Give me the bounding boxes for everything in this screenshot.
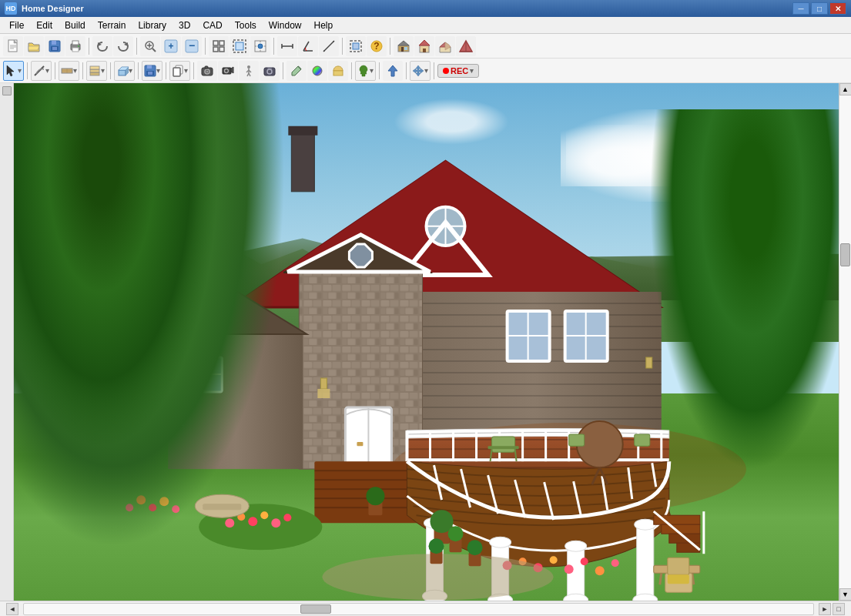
scroll-down-button[interactable]: ▼: [839, 588, 852, 601]
3d-tool-group[interactable]: [114, 61, 135, 81]
menu-window[interactable]: Window: [263, 17, 308, 33]
statusbar-right-button[interactable]: ►: [819, 603, 831, 615]
angle-button[interactable]: [298, 36, 318, 56]
rec-label: REC: [451, 66, 468, 75]
svg-rect-98: [291, 130, 314, 192]
svg-line-38: [323, 41, 334, 52]
menu-file[interactable]: File: [3, 17, 30, 33]
line-tool-group[interactable]: [31, 61, 52, 81]
separator-t7: [193, 62, 194, 79]
scroll-track-vertical[interactable]: [839, 95, 851, 588]
statusbar-left-button[interactable]: ◄: [6, 603, 18, 615]
svg-text:360: 360: [267, 66, 273, 70]
camera-tool-2[interactable]: [218, 61, 238, 81]
menu-cad[interactable]: CAD: [196, 17, 228, 33]
svg-line-37: [303, 42, 309, 51]
svg-rect-148: [317, 389, 330, 398]
roof-view-button[interactable]: [456, 36, 476, 56]
minimize-button[interactable]: ─: [792, 2, 809, 15]
svg-rect-99: [288, 126, 317, 136]
scroll-thumb-vertical[interactable]: [840, 243, 850, 266]
zoom-view-button[interactable]: [140, 36, 160, 56]
canvas-area[interactable]: [14, 83, 839, 601]
svg-marker-80: [231, 67, 233, 73]
plan-tool-group[interactable]: [86, 61, 107, 81]
save-button[interactable]: [45, 36, 65, 56]
main-area: ▲ ▼: [0, 83, 851, 601]
paint-tool[interactable]: [286, 61, 307, 81]
menubar: File Edit Build Terrain Library 3D CAD T…: [0, 17, 851, 34]
statusbar-corner-button[interactable]: □: [833, 603, 845, 615]
new-file-button[interactable]: [3, 36, 23, 56]
texture-tool[interactable]: [328, 61, 348, 81]
svg-point-257: [429, 538, 444, 554]
svg-point-195: [490, 537, 511, 547]
wall-tool-group[interactable]: [59, 61, 79, 81]
plant-tool-group[interactable]: [355, 61, 376, 81]
camera-tool-3[interactable]: [239, 61, 259, 81]
color-picker-tool[interactable]: [307, 61, 327, 81]
svg-point-232: [550, 556, 558, 564]
separator-4: [273, 38, 274, 55]
elevate-button[interactable]: [383, 61, 403, 81]
camera-tool-1[interactable]: [197, 61, 217, 81]
separator-3: [205, 38, 206, 55]
snap-button[interactable]: [250, 36, 270, 56]
menu-help[interactable]: Help: [307, 17, 339, 33]
undo-button[interactable]: [92, 36, 112, 56]
interior-view-button[interactable]: [394, 36, 414, 56]
separator-t12: [434, 62, 434, 79]
diagonal-button[interactable]: [319, 36, 339, 56]
svg-marker-46: [398, 41, 409, 45]
svg-rect-74: [173, 68, 180, 76]
fit-all-button[interactable]: [230, 36, 250, 56]
fit-view-button[interactable]: [209, 36, 229, 56]
separator-t8: [283, 62, 283, 79]
restore-button[interactable]: □: [811, 2, 828, 15]
zoom-in-button[interactable]: +: [161, 36, 181, 56]
scroll-up-button[interactable]: ▲: [839, 83, 852, 95]
svg-rect-217: [635, 434, 650, 446]
house-view-button[interactable]: [414, 36, 434, 56]
svg-rect-216: [569, 434, 585, 446]
save-view-group[interactable]: [142, 61, 162, 81]
print-button[interactable]: [65, 36, 85, 56]
svg-rect-147: [320, 378, 327, 389]
separator-2: [136, 38, 137, 55]
redo-button[interactable]: [113, 36, 133, 56]
move-tool-group[interactable]: [410, 61, 431, 81]
camera-tool-4[interactable]: 360: [260, 61, 280, 81]
help-button[interactable]: ?: [367, 36, 387, 56]
separator-1: [89, 38, 89, 55]
svg-point-234: [581, 557, 588, 565]
svg-point-261: [467, 540, 483, 555]
menu-terrain[interactable]: Terrain: [92, 17, 132, 33]
svg-rect-200: [637, 524, 654, 600]
sidebar-toggle[interactable]: [2, 86, 12, 95]
svg-rect-266: [668, 557, 689, 574]
svg-marker-58: [7, 65, 14, 76]
svg-point-235: [595, 566, 605, 575]
separator-t2: [55, 62, 55, 79]
separator-t10: [379, 62, 380, 79]
select-tool-group[interactable]: [3, 61, 24, 81]
zoom-out-button[interactable]: −: [182, 36, 202, 56]
copy-tool-group[interactable]: [169, 61, 190, 81]
menu-edit[interactable]: Edit: [30, 17, 59, 33]
close-button[interactable]: ✕: [829, 2, 846, 15]
menu-3d[interactable]: 3D: [173, 17, 196, 33]
svg-line-59: [35, 66, 44, 75]
separator-t1: [27, 62, 28, 79]
scroll-thumb-horizontal[interactable]: [300, 604, 331, 614]
menu-library[interactable]: Library: [132, 17, 173, 33]
menu-tools[interactable]: Tools: [229, 17, 263, 33]
horizontal-scrollbar[interactable]: [23, 603, 814, 615]
dimension-button[interactable]: [277, 36, 297, 56]
svg-rect-25: [213, 47, 218, 52]
menu-build[interactable]: Build: [59, 17, 92, 33]
svg-rect-72: [148, 72, 152, 75]
house-3d-button[interactable]: [435, 36, 455, 56]
select-all-button[interactable]: [346, 36, 366, 56]
open-file-button[interactable]: [24, 36, 44, 56]
record-button[interactable]: REC ▾: [437, 64, 479, 78]
